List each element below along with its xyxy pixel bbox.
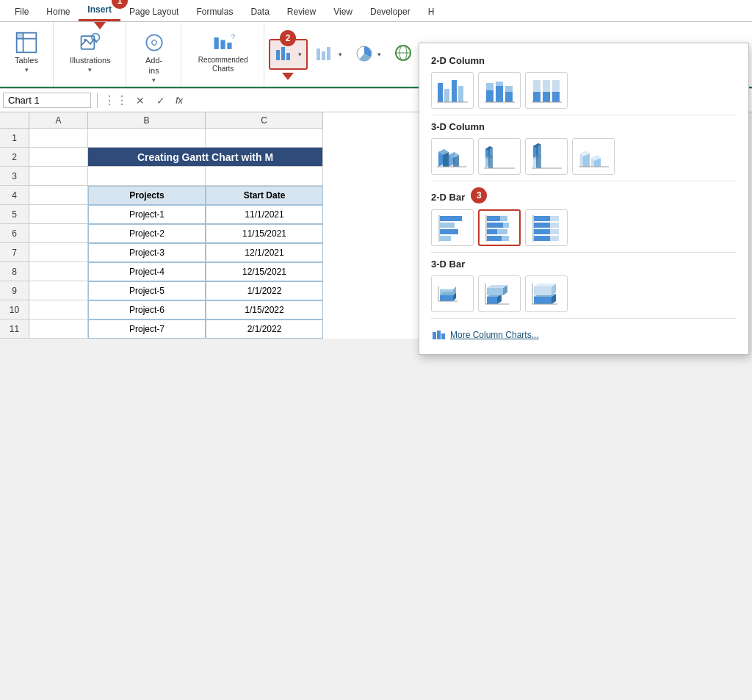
svg-rect-32 — [486, 83, 494, 90]
cell-c5[interactable]: 11/1/2021 — [206, 205, 323, 224]
svg-rect-117 — [433, 332, 436, 339]
cell-b9[interactable]: Project-5 — [88, 281, 206, 300]
cell-a5[interactable] — [29, 205, 88, 224]
row-num: 1 — [0, 129, 29, 148]
cell-c1[interactable] — [206, 129, 323, 148]
svg-rect-34 — [496, 82, 503, 86]
stacked-column-chart[interactable] — [478, 72, 521, 109]
svg-rect-35 — [505, 92, 513, 102]
svg-rect-91 — [534, 236, 550, 241]
cell-c7[interactable]: 12/1/2021 — [206, 243, 323, 262]
3d-stacked-column-chart[interactable] — [478, 138, 521, 175]
col-header-b[interactable]: B — [88, 112, 206, 129]
cell-c9[interactable]: 1/1/2022 — [206, 281, 323, 300]
row-num: 4 — [0, 186, 29, 205]
row-num: 7 — [0, 243, 29, 262]
3d-clustered-column-chart[interactable] — [431, 138, 474, 175]
cell-b8[interactable]: Project-4 — [88, 262, 206, 281]
row-num: 3 — [0, 167, 29, 186]
cell-b4[interactable]: Projects — [88, 186, 206, 205]
cell-b2[interactable]: Creating Gantt Chart with M — [88, 148, 323, 167]
cell-a1[interactable] — [29, 129, 88, 148]
svg-rect-42 — [552, 92, 560, 102]
svg-text:?: ? — [231, 32, 234, 40]
line-chart-button[interactable]: ▾ — [311, 40, 347, 68]
tab-review[interactable]: Review — [278, 2, 325, 21]
tab-view[interactable]: View — [325, 2, 361, 21]
tab-home[interactable]: Home — [37, 2, 79, 21]
recommended-charts-button[interactable]: ? Recommended Charts — [192, 28, 255, 76]
more-column-charts-link[interactable]: More Column Charts... — [431, 325, 737, 345]
cancel-icon[interactable]: ✕ — [131, 95, 149, 107]
tab-data[interactable]: Data — [242, 2, 278, 21]
100pct-stacked-bar-chart[interactable] — [525, 209, 568, 246]
cell-b1[interactable] — [88, 129, 206, 148]
col-header-a[interactable]: A — [29, 112, 88, 129]
tables-button[interactable]: Tables ▾ — [9, 28, 44, 76]
cell-a9[interactable] — [29, 281, 88, 300]
tables-dropdown-arrow: ▾ — [25, 66, 29, 73]
3d-100pct-bar-chart[interactable] — [525, 275, 568, 312]
cell-c10[interactable]: 1/15/2022 — [206, 300, 323, 320]
3d-100pct-column-chart[interactable] — [525, 138, 568, 175]
tab-h[interactable]: H — [419, 2, 444, 21]
cell-b10[interactable]: Project-6 — [88, 300, 206, 320]
tab-page-layout[interactable]: Page Layout — [120, 2, 187, 21]
cell-a10[interactable] — [29, 300, 88, 320]
illustrations-button[interactable]: Illustrations ▾ — [64, 28, 117, 76]
3d-stacked-bar-chart[interactable] — [478, 275, 521, 312]
stacked-bar-chart[interactable] — [478, 209, 521, 246]
tab-insert[interactable]: Insert 1 — [79, 0, 120, 21]
cell-a3[interactable] — [29, 167, 88, 186]
confirm-icon[interactable]: ✓ — [152, 95, 170, 107]
table-row: 6 Project-2 11/15/2021 — [0, 224, 419, 243]
tab-formulas[interactable]: Formulas — [187, 2, 242, 21]
cell-c3[interactable] — [206, 167, 323, 186]
table-row: 3 — [0, 167, 419, 186]
table-row: 10 Project-6 1/15/2022 — [0, 300, 419, 320]
svg-rect-8 — [214, 37, 218, 49]
svg-marker-62 — [536, 145, 541, 168]
cell-b3[interactable] — [88, 167, 206, 186]
cell-a6[interactable] — [29, 224, 88, 243]
cell-b6[interactable]: Project-2 — [88, 224, 206, 243]
clustered-bar-chart[interactable] — [431, 209, 474, 246]
table-row: 11 Project-7 2/1/2022 — [0, 320, 419, 339]
cell-b7[interactable]: Project-3 — [88, 243, 206, 262]
col-header-c[interactable]: C — [206, 112, 323, 129]
ribbon-group-addins: Add- ins ▾ — [128, 22, 181, 87]
3d-clustered-bar-chart[interactable] — [431, 275, 474, 312]
cell-a7[interactable] — [29, 243, 88, 262]
tab-developer[interactable]: Developer — [361, 2, 419, 21]
cell-b5[interactable]: Project-1 — [88, 205, 206, 224]
cell-a2[interactable] — [29, 148, 88, 167]
cell-c8[interactable]: 12/15/2021 — [206, 262, 323, 281]
clustered-column-chart[interactable] — [431, 72, 474, 109]
svg-rect-41 — [543, 80, 550, 92]
cell-a4[interactable] — [29, 186, 88, 205]
section-2d-bar: 2-D Bar — [431, 192, 465, 203]
row-num: 10 — [0, 300, 29, 320]
pie-chart-button[interactable]: ▾ — [350, 40, 386, 68]
100pct-stacked-column-chart[interactable] — [525, 72, 568, 109]
svg-rect-80 — [487, 229, 497, 234]
pie-chart-dropdown: ▾ — [377, 51, 381, 58]
svg-rect-10 — [227, 43, 231, 49]
more-charts-label: More Column Charts... — [450, 330, 539, 340]
name-box[interactable]: Chart 1 — [3, 93, 91, 108]
table-row: 2 Creating Gantt Chart with M — [0, 148, 419, 167]
map-chart-button[interactable] — [388, 40, 418, 68]
tab-file[interactable]: File — [6, 2, 37, 21]
cell-c4[interactable]: Start Date — [206, 186, 323, 205]
3d-column-chart[interactable] — [572, 138, 615, 175]
cell-c6[interactable]: 11/15/2021 — [206, 224, 323, 243]
ribbon-group-recommended-charts: ? Recommended Charts — [183, 22, 264, 87]
cell-a8[interactable] — [29, 262, 88, 281]
svg-rect-71 — [440, 216, 462, 221]
svg-rect-72 — [440, 223, 455, 228]
fx-label: fx — [173, 95, 186, 106]
addins-button[interactable]: Add- ins ▾ — [137, 28, 172, 87]
cell-c11[interactable]: 2/1/2022 — [206, 320, 323, 339]
cell-a11[interactable] — [29, 320, 88, 339]
cell-b11[interactable]: Project-7 — [88, 320, 206, 339]
